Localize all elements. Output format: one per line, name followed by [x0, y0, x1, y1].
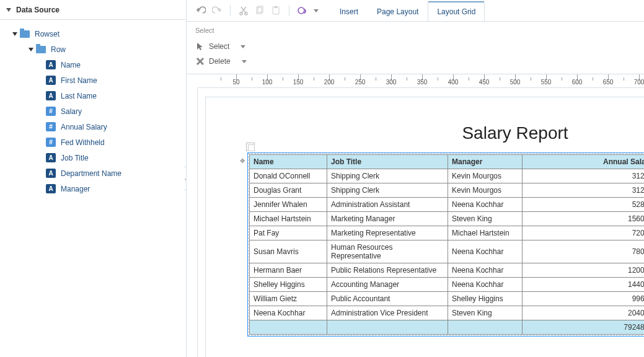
table-cell[interactable]: Jennifer Whalen — [250, 198, 327, 212]
table-cell[interactable]: Administration Assistant — [327, 198, 448, 212]
table-row[interactable]: Shelley HigginsAccounting ManagerNeena K… — [250, 278, 645, 292]
copy-button[interactable] — [253, 4, 267, 17]
table-cell[interactable]: Shelley Higgins — [250, 278, 327, 292]
table-cell[interactable]: 72000 — [523, 226, 645, 240]
table-row[interactable]: Michael HartsteinMarketing ManagerSteven… — [250, 212, 645, 226]
select-label: Select — [209, 42, 229, 51]
table-cell[interactable]: Public Accountant — [327, 292, 448, 306]
canvas-area[interactable]: Salary Report ✥ NameJob TitleManagerAnnu… — [187, 88, 644, 357]
tab-layout-grid[interactable]: Layout Grid — [428, 1, 485, 21]
footer-cell[interactable] — [327, 320, 448, 335]
tree-field[interactable]: ADepartment Name — [4, 165, 182, 181]
table-cell[interactable]: 204000 — [523, 306, 645, 320]
table-row[interactable]: Douglas GrantShipping ClerkKevin Mourgos… — [250, 183, 645, 198]
table-row[interactable]: William GietzPublic AccountantShelley Hi… — [250, 292, 645, 306]
column-header[interactable]: Manager — [448, 155, 523, 169]
table-cell[interactable]: William Gietz — [250, 292, 327, 306]
table-cell[interactable]: 156000 — [523, 212, 645, 226]
table-cell[interactable]: Hermann Baer — [250, 263, 327, 278]
table-cell[interactable]: Kevin Mourgos — [448, 169, 523, 183]
table-cell[interactable]: 144000 — [523, 278, 645, 292]
tree-field[interactable]: #Salary — [4, 104, 182, 119]
grid-marker-icon[interactable] — [246, 143, 255, 151]
table-cell[interactable]: Administration Vice President — [327, 306, 448, 320]
table-cell[interactable]: Douglas Grant — [250, 183, 327, 198]
table-footer-row[interactable]: 7924800 — [250, 320, 645, 335]
table-cell[interactable]: Pat Fay — [250, 226, 327, 240]
column-header[interactable]: Job Title — [327, 155, 448, 169]
table-cell[interactable]: Neena Kochhar — [448, 263, 523, 278]
table-cell[interactable]: Kevin Mourgos — [448, 183, 523, 198]
tree-field[interactable]: AJob Title — [4, 150, 182, 165]
table-row[interactable]: Donald OConnellShipping ClerkKevin Mourg… — [250, 169, 645, 183]
column-header[interactable]: Name — [250, 155, 327, 169]
undo-button[interactable] — [194, 4, 208, 17]
tab-page-layout[interactable]: Page Layout — [368, 2, 428, 21]
tree-field[interactable]: AManager — [4, 181, 182, 196]
table-cell[interactable]: Steven King — [448, 212, 523, 226]
chevron-down-icon[interactable] — [29, 48, 33, 51]
chevron-down-icon[interactable] — [240, 45, 245, 48]
tree-field-label: Job Title — [61, 154, 89, 162]
tree-node-rowset[interactable]: Rowset — [4, 26, 182, 42]
redo-button[interactable] — [210, 4, 224, 17]
footer-cell[interactable] — [250, 320, 327, 335]
table-cell[interactable]: Donald OConnell — [250, 169, 327, 183]
table-cell[interactable]: 120000 — [523, 263, 645, 278]
move-handle-icon[interactable]: ✥ — [240, 157, 245, 164]
number-field-icon: # — [46, 138, 56, 147]
table-cell[interactable]: Neena Kochhar — [250, 306, 327, 320]
table-cell[interactable]: 31200 — [523, 169, 645, 183]
table-cell[interactable]: Neena Kochhar — [448, 278, 523, 292]
table-row[interactable]: Neena KochharAdministration Vice Preside… — [250, 306, 645, 320]
table-cell[interactable]: Neena Kochhar — [448, 198, 523, 212]
page[interactable]: Salary Report ✥ NameJob TitleManagerAnnu… — [205, 97, 644, 357]
table-cell[interactable]: Human Resources Representative — [327, 240, 448, 263]
footer-cell[interactable] — [448, 320, 523, 335]
chevron-down-icon[interactable] — [242, 60, 247, 63]
table-cell[interactable]: 31200 — [523, 183, 645, 198]
layout-grid-container[interactable]: ✥ NameJob TitleManagerAnnual Salary Dona… — [248, 153, 644, 336]
insert-component-dropdown[interactable] — [312, 4, 320, 17]
table-cell[interactable]: Accounting Manager — [327, 278, 448, 292]
report-table[interactable]: NameJob TitleManagerAnnual Salary Donald… — [249, 154, 644, 335]
table-row[interactable]: Pat FayMarketing RepresentativeMichael H… — [250, 226, 645, 240]
cut-button[interactable] — [237, 4, 250, 17]
tree-field[interactable]: ALast Name — [4, 88, 182, 104]
disclosure-icon[interactable] — [6, 8, 11, 12]
table-cell[interactable]: Shipping Clerk — [327, 183, 448, 198]
table-cell[interactable]: Michael Hartstein — [250, 212, 327, 226]
table-cell[interactable]: 78000 — [523, 240, 645, 263]
table-cell[interactable]: 52800 — [523, 198, 645, 212]
tree-node-row[interactable]: Row — [4, 42, 182, 57]
tree-field[interactable]: #Fed Withheld — [4, 134, 182, 150]
chevron-down-icon[interactable] — [12, 32, 17, 36]
report-title[interactable]: Salary Report — [248, 123, 644, 143]
tree-field[interactable]: AFirst Name — [4, 73, 182, 88]
tree-field[interactable]: #Annual Salary — [4, 119, 182, 134]
table-cell[interactable]: Susan Mavris — [250, 240, 327, 263]
paste-button[interactable] — [269, 4, 283, 17]
insert-component-button[interactable] — [296, 4, 309, 17]
table-cell[interactable]: Shelley Higgins — [448, 292, 523, 306]
table-row[interactable]: Hermann BaerPublic Relations Representat… — [250, 263, 645, 278]
select-button[interactable]: Select — [195, 39, 635, 54]
table-cell[interactable]: Marketing Manager — [327, 212, 448, 226]
table-cell[interactable]: Michael Hartstein — [448, 226, 523, 240]
table-cell[interactable]: Neena Kochhar — [448, 240, 523, 263]
table-row[interactable]: Jennifer WhalenAdministration AssistantN… — [250, 198, 645, 212]
svg-point-6 — [298, 7, 304, 14]
table-cell[interactable]: Shipping Clerk — [327, 169, 448, 183]
table-cell[interactable]: Steven King — [448, 306, 523, 320]
tree-field[interactable]: AName — [4, 57, 182, 73]
tab-insert[interactable]: Insert — [330, 2, 368, 21]
table-cell[interactable]: 99600 — [523, 292, 645, 306]
table-row[interactable]: Susan MavrisHuman Resources Representati… — [250, 240, 645, 263]
table-cell[interactable]: Public Relations Representative — [327, 263, 448, 278]
footer-total[interactable]: 7924800 — [523, 320, 645, 335]
column-header[interactable]: Annual Salary — [523, 155, 645, 169]
sidebar-header[interactable]: Data Source — [0, 0, 185, 20]
delete-button[interactable]: Delete — [195, 54, 635, 69]
table-cell[interactable]: Marketing Representative — [327, 226, 448, 240]
table-header-row[interactable]: NameJob TitleManagerAnnual Salary — [250, 155, 645, 169]
